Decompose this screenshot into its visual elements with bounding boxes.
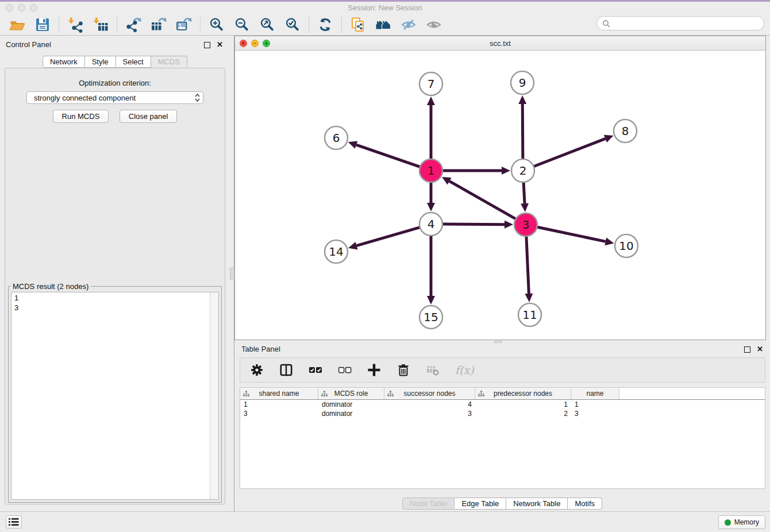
minimize-window-button[interactable] bbox=[18, 4, 25, 11]
criterion-selected-value: strongly connected component bbox=[34, 94, 194, 102]
panel-menu-button[interactable] bbox=[6, 515, 22, 529]
table-cell-successor-nodes[interactable]: 4 bbox=[384, 400, 475, 409]
table-cell-name[interactable]: 3 bbox=[571, 409, 619, 418]
edge-2-8[interactable] bbox=[533, 135, 614, 167]
save-session-button[interactable] bbox=[34, 16, 51, 33]
table-cell-predecessor-nodes[interactable]: 1 bbox=[475, 400, 571, 409]
node-10[interactable]: 10 bbox=[615, 234, 638, 257]
column-header-successor-nodes[interactable]: successor nodes bbox=[384, 388, 475, 399]
edge-2-9[interactable] bbox=[518, 95, 526, 160]
network-canvas[interactable]: 7968124314101511 bbox=[235, 50, 765, 340]
node-4[interactable]: 4 bbox=[419, 213, 442, 236]
mcds-result-list[interactable]: 13 bbox=[11, 292, 219, 500]
node-1[interactable]: 1 bbox=[419, 159, 442, 182]
memory-button[interactable]: Memory bbox=[718, 515, 765, 529]
node-11[interactable]: 11 bbox=[518, 303, 541, 326]
table-cell-shared-name[interactable]: 3 bbox=[240, 409, 318, 418]
close-network-icon[interactable]: × bbox=[240, 40, 247, 47]
node-3[interactable]: 3 bbox=[514, 213, 537, 236]
edge-3-1[interactable] bbox=[442, 177, 517, 219]
edge-4-3[interactable] bbox=[441, 221, 513, 229]
import-network-button[interactable] bbox=[67, 16, 84, 33]
edge-3-10[interactable] bbox=[536, 227, 614, 245]
zoom-window-button[interactable] bbox=[30, 4, 37, 11]
table-row[interactable]: 3dominator323 bbox=[240, 409, 765, 418]
table-cell-predecessor-nodes[interactable]: 2 bbox=[475, 409, 571, 418]
show-columns-button[interactable] bbox=[279, 363, 293, 377]
table-cell-shared-name[interactable]: 1 bbox=[240, 400, 318, 409]
node-15[interactable]: 15 bbox=[419, 306, 442, 329]
search-field[interactable] bbox=[596, 16, 764, 30]
criterion-select[interactable]: strongly connected component bbox=[26, 91, 203, 104]
minimize-network-icon[interactable]: − bbox=[251, 40, 259, 47]
add-column-button[interactable] bbox=[367, 363, 381, 377]
tab-style[interactable]: Style bbox=[85, 56, 116, 68]
splitter-handle[interactable] bbox=[230, 268, 234, 279]
table-cell-name[interactable]: 1 bbox=[571, 400, 619, 409]
deselect-all-columns-button[interactable] bbox=[338, 363, 352, 377]
column-header-predecessor-nodes[interactable]: predecessor nodes bbox=[475, 388, 571, 399]
column-header-mcds-role[interactable]: MCDS role bbox=[318, 388, 384, 399]
node-14[interactable]: 14 bbox=[325, 240, 348, 263]
import-table-button[interactable] bbox=[92, 16, 109, 33]
node-7[interactable]: 7 bbox=[419, 72, 442, 95]
edge-3-11[interactable] bbox=[525, 235, 533, 302]
table-tab-motifs[interactable]: Motifs bbox=[568, 498, 602, 510]
zoom-in-button[interactable] bbox=[208, 16, 225, 33]
close-window-button[interactable] bbox=[6, 4, 13, 11]
table-cell-mcds-role[interactable]: dominator bbox=[318, 400, 384, 409]
export-network-button[interactable] bbox=[125, 16, 142, 33]
table-tab-edge-table[interactable]: Edge Table bbox=[455, 498, 506, 510]
float-table-panel-icon[interactable] bbox=[744, 346, 750, 353]
apply-function-button[interactable]: f(x) bbox=[455, 363, 474, 377]
vertical-splitter[interactable] bbox=[230, 36, 234, 511]
network-window-titlebar[interactable]: scc.txt × − + bbox=[235, 36, 765, 51]
tab-network[interactable]: Network bbox=[43, 56, 85, 68]
edge-1-4[interactable] bbox=[427, 181, 435, 211]
zoom-selected-button[interactable] bbox=[284, 16, 301, 33]
table-cell-mcds-role[interactable]: dominator bbox=[318, 409, 384, 418]
home-view-button[interactable] bbox=[375, 16, 392, 33]
node-9[interactable]: 9 bbox=[511, 71, 534, 94]
search-input[interactable] bbox=[613, 18, 759, 28]
edge-4-15[interactable] bbox=[427, 234, 435, 304]
export-image-button[interactable] bbox=[175, 16, 192, 33]
edge-2-3[interactable] bbox=[521, 181, 529, 212]
result-item[interactable]: 1 bbox=[14, 293, 218, 303]
delete-column-button[interactable] bbox=[396, 363, 410, 377]
select-all-columns-button[interactable] bbox=[309, 363, 322, 377]
close-table-panel-icon[interactable]: ✕ bbox=[757, 345, 763, 354]
tab-mcds[interactable]: MCDS bbox=[151, 56, 187, 68]
table-tab-node-table[interactable]: Node Table bbox=[402, 498, 455, 510]
open-session-button[interactable] bbox=[9, 16, 26, 33]
delete-table-button[interactable] bbox=[426, 363, 440, 377]
result-item[interactable]: 3 bbox=[14, 303, 218, 313]
node-6[interactable]: 6 bbox=[325, 126, 348, 149]
edge-1-6[interactable] bbox=[348, 141, 421, 167]
close-panel-icon[interactable]: ✕ bbox=[217, 40, 223, 49]
run-mcds-button[interactable]: Run MCDS bbox=[53, 110, 109, 123]
column-header-shared-name[interactable]: shared name bbox=[240, 388, 318, 399]
result-scrollbar[interactable] bbox=[210, 292, 218, 499]
table-cell-successor-nodes[interactable]: 3 bbox=[384, 409, 475, 418]
table-settings-button[interactable] bbox=[250, 363, 264, 377]
float-panel-icon[interactable] bbox=[204, 42, 210, 48]
refresh-view-button[interactable] bbox=[317, 16, 334, 33]
edge-4-14[interactable] bbox=[348, 227, 421, 249]
maximize-network-icon[interactable]: + bbox=[263, 40, 270, 47]
tab-select[interactable]: Select bbox=[116, 56, 151, 68]
show-graphics-details-button[interactable] bbox=[425, 16, 442, 33]
zoom-out-button[interactable] bbox=[233, 16, 251, 33]
column-header-name[interactable]: name bbox=[571, 388, 619, 399]
table-tab-network-table[interactable]: Network Table bbox=[506, 498, 568, 510]
node-2[interactable]: 2 bbox=[511, 159, 534, 182]
edge-1-2[interactable] bbox=[441, 167, 510, 175]
table-row[interactable]: 1dominator411 bbox=[240, 400, 765, 409]
copy-current-layout-button[interactable] bbox=[349, 16, 367, 33]
export-table-button[interactable] bbox=[150, 16, 167, 33]
close-panel-button[interactable]: Close panel bbox=[120, 110, 178, 123]
node-8[interactable]: 8 bbox=[614, 119, 637, 142]
edge-1-7[interactable] bbox=[427, 97, 435, 160]
zoom-fit-button[interactable] bbox=[259, 16, 276, 33]
hide-graphics-details-button[interactable] bbox=[400, 16, 417, 33]
